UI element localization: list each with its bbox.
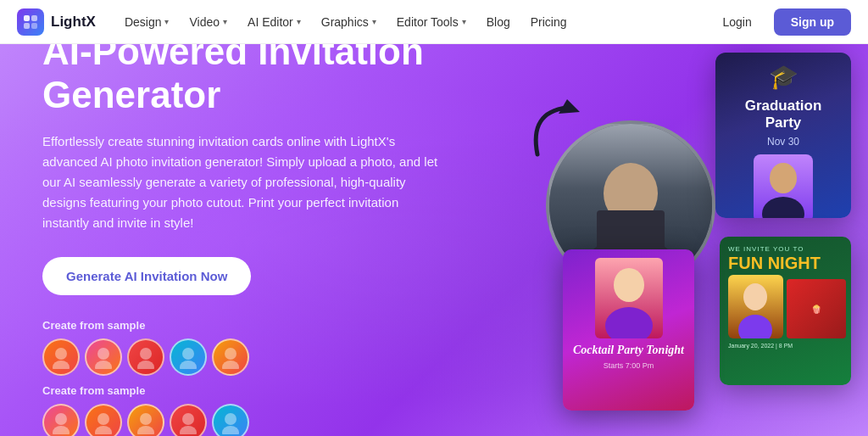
sample-label-1: Create from sample — [42, 319, 441, 332]
svg-point-6 — [97, 348, 109, 360]
nav-links: Design ▾ Video ▾ AI Editor ▾ Graphics ▾ … — [116, 10, 711, 34]
hero-section: AI-Powered Invitation Generator Effortle… — [0, 44, 868, 436]
signup-button[interactable]: Sign up — [774, 8, 851, 36]
cocktail-card: Cocktail Party Tonight Starts 7:00 Pm — [563, 249, 694, 411]
svg-rect-3 — [31, 23, 37, 29]
sample-avatar[interactable] — [212, 338, 249, 376]
hero-description: Effortlessly create stunning invitation … — [42, 131, 441, 233]
chevron-down-icon: ▾ — [164, 17, 169, 26]
svg-point-13 — [222, 361, 239, 369]
sample-avatar[interactable] — [85, 404, 122, 436]
svg-rect-0 — [24, 15, 30, 21]
fun-night-date: January 20, 2022 | 8 PM — [728, 342, 843, 350]
sample-avatar[interactable] — [127, 338, 164, 376]
fun-night-portrait — [728, 275, 783, 338]
chevron-down-icon: ▾ — [297, 17, 301, 26]
svg-point-31 — [738, 315, 772, 338]
fun-night-title: FUN NIGHT — [728, 254, 843, 271]
svg-point-17 — [95, 426, 112, 434]
svg-point-29 — [762, 197, 804, 218]
graduation-card-portrait — [754, 154, 813, 218]
logo-text: LightX — [51, 14, 96, 31]
svg-point-11 — [180, 361, 197, 369]
cocktail-card-sub: Starts 7:00 Pm — [571, 361, 686, 370]
sample-avatar[interactable] — [170, 404, 207, 436]
nav-pricing[interactable]: Pricing — [522, 10, 576, 34]
generate-invitation-button[interactable]: Generate AI Invitation Now — [42, 257, 251, 295]
svg-point-18 — [140, 413, 152, 425]
hero-images: 🎓 Graduation Party Nov 30 WE INVITE YOU … — [495, 44, 868, 436]
svg-point-16 — [97, 413, 109, 425]
sample-avatars-2 — [42, 404, 441, 436]
sample-avatar[interactable] — [170, 338, 207, 376]
sample-section-2: Create from sample — [42, 384, 441, 436]
svg-point-30 — [743, 283, 767, 310]
svg-point-12 — [225, 348, 236, 360]
fun-night-card: WE INVITE YOU TO FUN NIGHT 🍿 January 20,… — [720, 237, 851, 385]
nav-blog[interactable]: Blog — [478, 10, 519, 34]
login-button[interactable]: Login — [710, 10, 763, 34]
svg-point-4 — [55, 348, 67, 360]
chevron-down-icon: ▾ — [462, 17, 466, 26]
nav-graphics[interactable]: Graphics ▾ — [313, 10, 385, 34]
fun-night-invite-text: WE INVITE YOU TO — [728, 245, 843, 253]
sample-avatar[interactable] — [212, 404, 249, 436]
svg-point-28 — [770, 163, 797, 193]
nav-editor-tools[interactable]: Editor Tools ▾ — [388, 10, 475, 34]
sample-section-1: Create from sample — [42, 319, 441, 376]
svg-point-19 — [137, 426, 154, 434]
svg-point-5 — [53, 361, 70, 369]
navbar: LightX Design ▾ Video ▾ AI Editor ▾ Grap… — [0, 0, 868, 44]
sample-avatar[interactable] — [127, 404, 164, 436]
nav-video[interactable]: Video ▾ — [181, 10, 236, 34]
svg-point-14 — [55, 413, 67, 425]
cocktail-card-title: Cocktail Party Tonight — [571, 344, 686, 358]
svg-point-9 — [137, 361, 154, 369]
svg-point-10 — [182, 348, 194, 360]
hero-title: AI-Powered Invitation Generator — [42, 44, 441, 116]
graduation-hat-icon: 🎓 — [726, 63, 841, 91]
chevron-down-icon: ▾ — [223, 17, 227, 26]
nav-right: Login Sign up — [710, 8, 851, 36]
sample-avatar[interactable] — [42, 404, 80, 436]
nav-ai-editor[interactable]: AI Editor ▾ — [239, 10, 309, 34]
hero-content: AI-Powered Invitation Generator Effortle… — [0, 44, 483, 436]
sample-avatars-1 — [42, 338, 441, 376]
logo-icon — [17, 8, 44, 36]
logo[interactable]: LightX — [17, 8, 96, 36]
sample-label-2: Create from sample — [42, 384, 441, 397]
svg-point-22 — [225, 413, 236, 425]
chevron-down-icon: ▾ — [372, 17, 376, 26]
sample-avatar[interactable] — [85, 338, 122, 376]
svg-point-33 — [605, 307, 653, 338]
svg-point-32 — [614, 268, 644, 302]
svg-rect-2 — [24, 23, 30, 29]
sample-avatar[interactable] — [42, 338, 80, 376]
graduation-card-date: Nov 30 — [726, 136, 841, 148]
svg-point-15 — [53, 426, 70, 434]
svg-point-20 — [182, 413, 194, 425]
svg-point-21 — [180, 426, 197, 434]
fun-night-image: 🍿 — [787, 279, 846, 338]
svg-point-7 — [95, 361, 112, 369]
graduation-card-title: Graduation Party — [726, 98, 841, 132]
svg-point-23 — [222, 426, 239, 434]
graduation-card: 🎓 Graduation Party Nov 30 — [715, 53, 851, 218]
svg-rect-1 — [31, 15, 37, 21]
cocktail-portrait — [595, 258, 663, 338]
svg-point-8 — [140, 348, 152, 360]
nav-design[interactable]: Design ▾ — [116, 10, 178, 34]
